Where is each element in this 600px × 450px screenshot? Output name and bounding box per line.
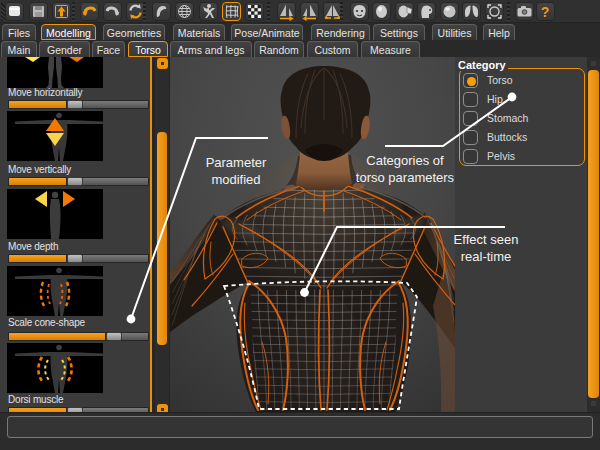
svg-text:Effect seen: Effect seen [454, 232, 519, 247]
svg-text:Parameter: Parameter [206, 155, 267, 170]
svg-text:real-time: real-time [461, 249, 512, 264]
svg-text:torso parameters: torso parameters [356, 170, 455, 185]
svg-text:modified: modified [211, 172, 260, 187]
svg-text:Categories of: Categories of [366, 153, 444, 168]
